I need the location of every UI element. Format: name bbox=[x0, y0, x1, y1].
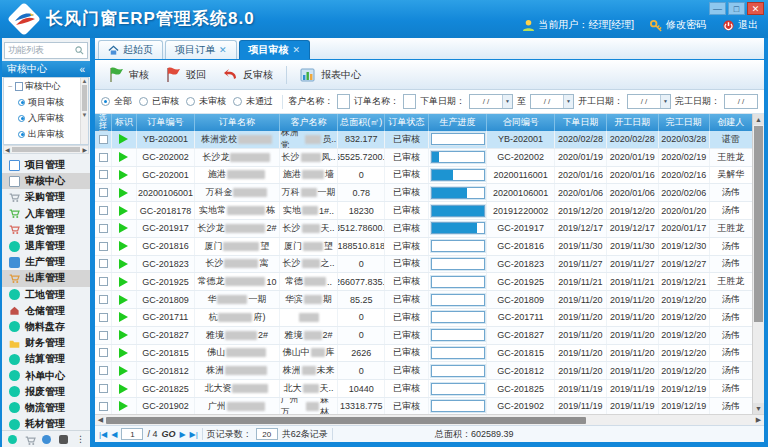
reject-button[interactable]: 驳回 bbox=[160, 63, 211, 86]
row-checkbox[interactable] bbox=[99, 224, 108, 233]
table-row[interactable]: 20200106001万科金万科一期0.78已审核202001060012020… bbox=[95, 184, 753, 202]
column-header-创建人[interactable]: 创建人 bbox=[710, 114, 753, 131]
scrollbar-thumb[interactable] bbox=[106, 417, 586, 424]
close-tab-icon[interactable]: ✕ bbox=[219, 45, 227, 55]
tree-root-node[interactable]: − 审核中心 bbox=[4, 78, 88, 94]
scroll-left-icon[interactable]: ◀ bbox=[5, 146, 10, 153]
sidebar-item-报废管理[interactable]: 报废管理 bbox=[2, 384, 90, 400]
page-size-input[interactable]: 20 bbox=[256, 428, 278, 440]
table-row[interactable]: YB-202001株洲党校株洲党员..832.177已审核YB-20200120… bbox=[95, 131, 753, 149]
sidebar-item-入库管理[interactable]: 入库管理 bbox=[2, 206, 90, 222]
sidebar-item-审核中心[interactable]: 审核中心 bbox=[2, 173, 90, 189]
row-checkbox[interactable] bbox=[99, 206, 108, 215]
row-checkbox[interactable] bbox=[99, 384, 108, 393]
tree-expander-icon[interactable]: − bbox=[8, 82, 13, 91]
column-header-完工日期[interactable]: 完工日期 bbox=[659, 114, 710, 131]
table-row[interactable]: GC-2018178实地常栋实地1#..18230已审核201912200022… bbox=[95, 202, 753, 220]
close-button[interactable]: ✕ bbox=[747, 2, 764, 15]
column-header-总面积(㎡)[interactable]: 总面积(㎡) bbox=[338, 114, 385, 131]
order-date-to-input[interactable]: / /▼ bbox=[530, 94, 574, 109]
collapse-panel-icon[interactable]: « bbox=[79, 64, 85, 75]
scroll-up-icon[interactable]: ▲ bbox=[753, 114, 764, 125]
table-row[interactable]: GC-201809华一期华滨期85.25已审核GC-2018092019/11/… bbox=[95, 291, 753, 309]
radio-rejected[interactable] bbox=[233, 97, 242, 106]
sidebar-item-生产管理[interactable]: 生产管理 bbox=[2, 254, 90, 270]
table-row[interactable]: GC-201711杭府)0已审核GC-2017112019/11/202019/… bbox=[95, 309, 753, 327]
grid-horizontal-scrollbar[interactable]: ◀ ▶ bbox=[95, 414, 764, 425]
column-header-订单状态[interactable]: 订单状态 bbox=[385, 114, 428, 131]
scroll-right-icon[interactable]: ▶ bbox=[753, 416, 764, 424]
sidebar-item-物流管理[interactable]: 物流管理 bbox=[2, 400, 90, 416]
customer-name-input[interactable] bbox=[337, 94, 350, 109]
sidebar-item-物料盘存[interactable]: 物料盘存 bbox=[2, 319, 90, 335]
change-password-button[interactable]: 修改密码 bbox=[650, 18, 706, 32]
row-checkbox[interactable] bbox=[99, 170, 108, 179]
sidebar-item-项目管理[interactable]: 项目管理 bbox=[2, 157, 90, 173]
column-header-开工日期[interactable]: 开工日期 bbox=[607, 114, 659, 131]
scrollbar-thumb[interactable] bbox=[754, 126, 763, 322]
tree-item-入库审核[interactable]: 入库审核 bbox=[4, 110, 88, 126]
person-dark-icon[interactable] bbox=[59, 435, 68, 444]
table-row[interactable]: GC-201823长沙寓长沙之..0已审核GC-2018232019/11/27… bbox=[95, 256, 753, 274]
row-checkbox[interactable] bbox=[99, 313, 108, 322]
row-checkbox[interactable] bbox=[99, 295, 108, 304]
sidebar-item-退库管理[interactable]: 退库管理 bbox=[2, 238, 90, 254]
tree-item-出库审核[interactable]: 出库审核 bbox=[4, 126, 88, 142]
row-checkbox[interactable] bbox=[99, 331, 108, 340]
tree-item-入库审核回退[interactable]: 入库审核回退 bbox=[4, 142, 88, 145]
table-row[interactable]: GC-201825北大资北大天..10440已审核GC-2018252019/1… bbox=[95, 380, 753, 398]
sidebar-item-工地管理[interactable]: 工地管理 bbox=[2, 287, 90, 303]
column-header-客户名称[interactable]: 客户名称 bbox=[280, 114, 338, 131]
grid-vertical-scrollbar[interactable]: ▲ ▼ bbox=[752, 114, 764, 414]
function-search-input[interactable]: 功能列表 bbox=[4, 42, 88, 59]
column-header-选择[interactable]: 选择 bbox=[95, 114, 112, 131]
maximize-button[interactable]: □ bbox=[728, 2, 745, 15]
calendar-dropdown-icon[interactable]: ▼ bbox=[502, 95, 512, 108]
sidebar-item-出库管理[interactable]: 出库管理 bbox=[2, 270, 90, 286]
swoosh-blue-icon[interactable] bbox=[42, 435, 51, 444]
scroll-down-icon[interactable]: ▼ bbox=[753, 403, 764, 414]
column-header-订单编号[interactable]: 订单编号 bbox=[137, 114, 195, 131]
column-header-下单日期[interactable]: 下单日期 bbox=[555, 114, 607, 131]
row-checkbox[interactable] bbox=[99, 242, 108, 251]
sidebar-item-耗材管理[interactable]: 耗材管理 bbox=[2, 416, 90, 430]
row-checkbox[interactable] bbox=[99, 402, 108, 411]
scroll-left-icon[interactable]: ◀ bbox=[95, 416, 106, 424]
table-row[interactable]: GC-201925常德龙10常德..266077.835..已审核GC-2019… bbox=[95, 273, 753, 291]
more-options-icon[interactable]: ⋮ bbox=[76, 434, 84, 444]
calendar-dropdown-icon[interactable]: ▼ bbox=[660, 95, 670, 108]
finish-date-input[interactable]: / / bbox=[724, 94, 758, 109]
tree-item-项目审核[interactable]: 项目审核 bbox=[4, 94, 88, 110]
tab-project-orders[interactable]: 项目订单✕ bbox=[165, 40, 237, 59]
audit-button[interactable]: 审核 bbox=[103, 63, 154, 86]
sidebar-item-结算管理[interactable]: 结算管理 bbox=[2, 351, 90, 367]
logout-button[interactable]: 退出 bbox=[722, 18, 758, 32]
table-row[interactable]: GC-202001施港施港墙0已审核202001160012020/01/162… bbox=[95, 167, 753, 185]
report-center-button[interactable]: 报表中心 bbox=[295, 63, 366, 86]
first-page-button[interactable]: |◀ bbox=[99, 430, 107, 439]
last-page-button[interactable]: ▶| bbox=[190, 430, 198, 439]
radio-all[interactable] bbox=[101, 97, 110, 106]
table-row[interactable]: GC-201917长沙龙2#长沙天..8512.78600..已审核GC-201… bbox=[95, 220, 753, 238]
calendar-dropdown-icon[interactable]: ▼ bbox=[563, 95, 573, 108]
dot-teal-icon[interactable] bbox=[8, 435, 17, 444]
order-name-input[interactable] bbox=[403, 94, 416, 109]
row-checkbox[interactable] bbox=[99, 135, 108, 144]
page-number-input[interactable]: 1 bbox=[121, 428, 143, 440]
table-row[interactable]: GC-201812株洲株洲未来0已审核GC-2018122019/11/2020… bbox=[95, 362, 753, 380]
column-header-订单名称[interactable]: 订单名称 bbox=[195, 114, 280, 131]
column-header-合同编号[interactable]: 合同编号 bbox=[487, 114, 555, 131]
table-row[interactable]: GC-201816厦门望厦门望188510.818已审核GC-201816201… bbox=[95, 238, 753, 256]
column-header-生产进度[interactable]: 生产进度 bbox=[429, 114, 487, 131]
close-tab-icon[interactable]: ✕ bbox=[293, 45, 301, 55]
order-date-from-input[interactable]: / /▼ bbox=[469, 94, 513, 109]
table-row[interactable]: GC-201902广州广州万森林13318.775已审核GC-201902201… bbox=[95, 398, 753, 414]
tree-horizontal-scrollbar[interactable]: ◀▶ bbox=[3, 145, 89, 154]
sidebar-item-仓储管理[interactable]: 仓储管理 bbox=[2, 303, 90, 319]
column-header-标识[interactable]: 标识 bbox=[112, 114, 137, 131]
cart-gray-icon[interactable] bbox=[25, 435, 34, 444]
minimize-button[interactable]: — bbox=[709, 2, 726, 15]
reverse-audit-button[interactable]: 反审核 bbox=[217, 63, 278, 86]
sidebar-item-财务管理[interactable]: 财务管理 bbox=[2, 335, 90, 351]
sidebar-item-退货管理[interactable]: 退货管理 bbox=[2, 222, 90, 238]
